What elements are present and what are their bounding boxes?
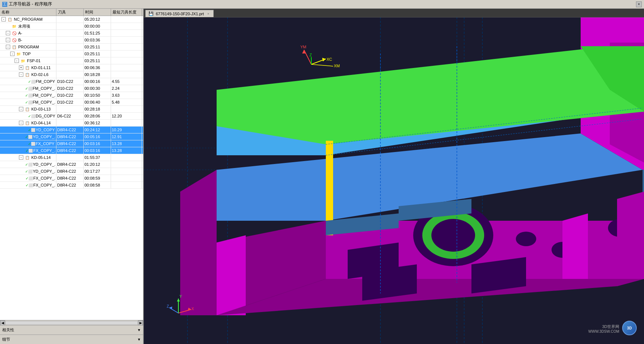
tree-row[interactable]: +📋KD-01-L1100:06:36 — [0, 64, 143, 71]
tree-cell-minlen — [111, 182, 142, 188]
tree-cell-minlen: 4.55 — [111, 78, 142, 85]
tab-bar: 💾 6776149-150-0F20-JX1.prt × — [144, 9, 644, 17]
tree-expand-button[interactable]: - — [10, 52, 15, 56]
tab-save-icon: 💾 — [149, 11, 154, 16]
tree-cell-minlen: 10.29 — [111, 127, 142, 133]
tree-cell-time: 00:18:28 — [84, 71, 111, 78]
tree-row[interactable]: ✓⬜FM_COPYD10-C2200:00:164.55 — [0, 78, 143, 85]
scroll-left-button[interactable]: ◀ — [0, 320, 5, 325]
tree-cell-time: 01:20:12 — [84, 161, 111, 168]
svg-text:Z: Z — [309, 53, 312, 57]
tree-row[interactable]: 📁未用项00:00:00 — [0, 23, 143, 30]
tree-item-label: NC_PROGRAM — [14, 17, 43, 21]
tree-cell-tool: D8R4-C22 — [56, 127, 84, 133]
tree-cell-time: 01:55:37 — [84, 154, 111, 161]
related-panel[interactable]: 相关性 ▼ — [0, 325, 143, 335]
detail-panel[interactable]: 细节 ▼ — [0, 335, 143, 344]
tree-cell-tool: D8R4-C22 — [56, 140, 84, 147]
tree-expand-button[interactable]: - — [19, 107, 23, 111]
tree-cell-tool — [56, 23, 84, 29]
tree-cell-time: 00:08:58 — [84, 182, 111, 188]
tree-expand-button[interactable]: - — [19, 121, 23, 125]
tree-cell-time: 00:24:12 — [84, 127, 111, 133]
tree-row[interactable]: -🚫B-00:03:36 — [0, 37, 143, 44]
tree-item-label: FX_COPY_. — [33, 176, 55, 180]
tree-row[interactable]: ✓⬜FX_COPYD8R4-C2200:03:1613.28 — [0, 140, 143, 147]
tree-row[interactable]: ✓⬜FM_COPY_.D10-C2200:06:405.48 — [0, 99, 143, 106]
tree-row[interactable]: -📁TOP03:25:11 — [0, 51, 143, 57]
tree-row[interactable]: -📋NC_PROGRAM05:20:12 — [0, 16, 143, 23]
horizontal-scrollbar[interactable]: ◀ ▶ — [0, 320, 143, 325]
tree-cell-minlen — [111, 64, 142, 71]
tree-row[interactable]: -📁FSP-0103:25:11 — [0, 57, 143, 64]
3d-viewport[interactable]: YM XC XM Z — [144, 17, 644, 344]
tree-expand-button[interactable]: - — [6, 38, 10, 42]
tree-item-icon: 📋 — [7, 17, 12, 22]
tree-cell-time: 05:20:12 — [84, 16, 111, 23]
tree-cell-name: -📋KD-03-L13 — [0, 106, 56, 112]
tree-cell-time: 00:08:59 — [84, 175, 111, 181]
tree-cell-minlen: 5.48 — [111, 99, 142, 105]
tree-cell-time: 03:25:11 — [84, 44, 111, 50]
left-panel: 名称 刀具 时间 最短刀具长度 -📋NC_PROGRAM05:20:12📁未用项… — [0, 9, 144, 344]
title-close-button[interactable]: × — [636, 1, 642, 7]
col-header-tool: 刀具 — [56, 9, 84, 16]
tree-item-label: 未用项 — [18, 24, 30, 29]
tree-expand-button[interactable]: - — [6, 45, 10, 49]
svg-point-27 — [516, 232, 536, 246]
tree-item-label: KD-03-L13 — [31, 107, 51, 111]
tree-cell-time: 03:25:11 — [84, 57, 111, 64]
tree-expand-button[interactable]: - — [19, 72, 23, 77]
tree-row[interactable]: ✓⬜YD_COPY_.D8R4-C2201:20:12 — [0, 161, 143, 168]
tree-expand-button[interactable]: - — [6, 31, 10, 35]
tree-cell-minlen: 13.28 — [111, 147, 142, 154]
tree-row[interactable]: -📋PROGRAM03:25:11 — [0, 44, 143, 51]
tab-close-button[interactable]: × — [206, 12, 210, 16]
svg-marker-56 — [177, 299, 180, 301]
tree-row[interactable]: ✓⬜FM_COPY_.D10-C2200:00:302.24 — [0, 85, 143, 92]
tree-item-label: YD_COPY_. — [33, 169, 55, 173]
tree-rows[interactable]: -📋NC_PROGRAM05:20:12📁未用项00:00:00-🚫A-01:5… — [0, 16, 143, 320]
tree-expand-button[interactable]: + — [19, 65, 23, 70]
tree-cell-name: -🚫B- — [0, 37, 56, 43]
tree-row[interactable]: ✓⬜YD_COPYD8R4-C2200:24:1210.29 — [0, 127, 143, 133]
tree-row[interactable]: ✓⬜YD_COPY_.D8R4-C2200:17:27 — [0, 168, 143, 175]
tree-expand-button[interactable]: - — [19, 155, 23, 160]
tree-item-icon: ✓⬜ — [26, 134, 31, 139]
scroll-track[interactable] — [5, 321, 138, 325]
tree-item-icon: 📋 — [25, 65, 30, 70]
tree-cell-name: +📋KD-01-L11 — [0, 64, 56, 71]
tree-cell-tool: D8R4-C22 — [56, 161, 84, 168]
tree-cell-name: ✓⬜YD_COPY_. — [0, 161, 56, 168]
svg-text:Z: Z — [167, 304, 169, 308]
tree-cell-name: ✓⬜FX_COPY_. — [0, 182, 56, 188]
detail-panel-label: 细节 — [2, 337, 10, 342]
tree-cell-time: 00:06:36 — [84, 64, 111, 71]
tree-row[interactable]: ✓⬜FX_COPY_.D8R4-C2200:08:58 — [0, 182, 143, 189]
tree-item-icon: 📁 — [16, 51, 21, 56]
tree-row[interactable]: ✓⬜FX_COPY_.D8R4-C2200:08:59 — [0, 175, 143, 182]
tree-item-icon: ✓⬜ — [29, 141, 34, 146]
tree-row[interactable]: -📋KD-03-L1300:28:18 — [0, 106, 143, 113]
tree-cell-minlen — [111, 106, 142, 112]
tree-row[interactable]: -📋KD-02-L600:18:28 — [0, 71, 143, 78]
tree-expand-button[interactable]: - — [1, 17, 6, 21]
tree-item-icon: ✓⬜ — [29, 113, 34, 119]
tree-item-icon: 📋 — [25, 155, 30, 160]
tree-expand-button[interactable]: - — [15, 59, 19, 63]
svg-text:X: X — [191, 307, 194, 311]
viewport-tab[interactable]: 💾 6776149-150-0F20-JX1.prt × — [145, 10, 214, 17]
tree-item-icon: 📋 — [25, 72, 30, 77]
scroll-right-button[interactable]: ▶ — [138, 320, 143, 325]
tree-row[interactable]: -🚫A-01:51:25 — [0, 30, 143, 37]
tree-item-label: TOP — [23, 52, 31, 56]
tree-row[interactable]: ✓⬜YD_COPY_.D8R4-C2200:05:1612.91 — [0, 133, 143, 140]
tree-row[interactable]: -📋KD-05-L1401:55:37 — [0, 154, 143, 161]
tree-row[interactable]: -📋KD-04-L1400:36:12 — [0, 120, 143, 127]
tree-row[interactable]: ✓⬜FX_COPY_.D8R4-C2200:03:1613.28 — [0, 147, 143, 154]
tree-item-icon: 📁 — [12, 24, 17, 29]
tree-item-label: YD_COPY — [36, 128, 55, 132]
tree-cell-tool: D10-C22 — [56, 99, 84, 105]
tree-row[interactable]: ✓⬜FM_COPY_.D10-C2200:10:503.63 — [0, 92, 143, 99]
tree-row[interactable]: ✓⬜DG_COPYD6-C2200:28:0612.20 — [0, 113, 143, 120]
